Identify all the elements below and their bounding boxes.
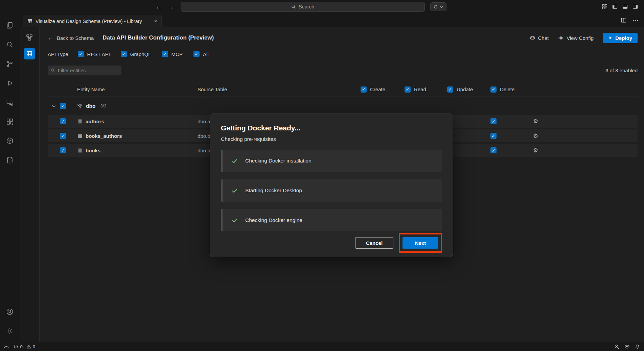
bell-icon[interactable] xyxy=(635,344,640,349)
authors-delete-checkbox[interactable] xyxy=(490,118,497,124)
zoom-in-icon[interactable] xyxy=(614,344,619,349)
books-authors-delete-checkbox[interactable] xyxy=(490,133,497,139)
schema-designer-tool[interactable] xyxy=(24,32,35,43)
loop-icon xyxy=(433,4,438,9)
column-entity-name: Entity Name xyxy=(73,86,198,92)
customize-layout-icon[interactable] xyxy=(602,4,607,9)
header-actions: Chat View Config xyxy=(530,33,638,43)
books-authors-checkbox[interactable] xyxy=(60,133,66,139)
vscode-window: ← → Search xyxy=(0,0,644,351)
history-nav: ← → xyxy=(156,4,174,10)
entity-name: authors xyxy=(86,119,104,124)
row-checkbox-cell xyxy=(60,133,73,139)
api-option-mcp: MCP xyxy=(162,51,183,57)
search-placeholder: Search xyxy=(299,4,314,9)
chat-icon xyxy=(530,35,535,41)
chat-button[interactable]: Chat xyxy=(530,35,549,41)
update-all-checkbox[interactable] xyxy=(447,86,453,93)
tab-close-icon[interactable]: × xyxy=(154,18,157,25)
command-center-search[interactable]: Search xyxy=(181,2,425,12)
entity-name-cell: books xyxy=(73,148,198,153)
filter-entities-input[interactable] xyxy=(58,68,118,73)
more-actions-icon[interactable]: ⋯ xyxy=(632,17,639,24)
deploy-label: Deploy xyxy=(615,35,632,41)
create-label: Create xyxy=(370,86,385,92)
row-settings-gear-icon[interactable]: ⚙ xyxy=(533,132,638,139)
toggle-panel-icon[interactable] xyxy=(622,4,628,9)
activitybar-remote-explorer[interactable] xyxy=(0,93,20,112)
column-source-table: Source Table xyxy=(198,86,361,92)
toggle-sidebar-left-icon[interactable] xyxy=(612,4,618,9)
group-name-cell: dbo 3/3 xyxy=(73,103,198,109)
entity-name-cell: authors xyxy=(73,119,198,124)
activitybar-run-debug[interactable] xyxy=(0,73,20,93)
group-checkbox-cell xyxy=(60,103,73,109)
toggle-sidebar-right-icon[interactable] xyxy=(632,4,638,9)
all-checkbox[interactable] xyxy=(193,51,200,57)
delete-cell xyxy=(490,133,531,139)
error-circle-icon xyxy=(14,344,18,349)
table-icon xyxy=(77,148,83,153)
schema-graph-icon xyxy=(26,34,33,41)
activitybar-search[interactable] xyxy=(0,35,20,54)
back-to-schema-link[interactable]: ← Back to Schema xyxy=(48,34,94,42)
enabled-count: 3 of 3 enabled xyxy=(605,68,638,73)
arrow-left-icon: ← xyxy=(48,34,54,42)
table-icon xyxy=(77,133,83,139)
authors-checkbox[interactable] xyxy=(60,118,66,124)
books-delete-checkbox[interactable] xyxy=(490,147,497,153)
column-read: Read xyxy=(405,86,447,93)
nav-back-icon[interactable]: ← xyxy=(156,4,162,10)
cancel-button[interactable]: Cancel xyxy=(355,237,393,249)
activitybar-containers[interactable] xyxy=(0,131,20,150)
delete-cell xyxy=(490,147,531,153)
activitybar-account[interactable] xyxy=(0,302,20,321)
statusbar-right xyxy=(614,344,640,349)
check-icon xyxy=(231,158,238,164)
dbo-group-checkbox[interactable] xyxy=(60,103,66,109)
session-dropdown[interactable] xyxy=(430,2,446,11)
activitybar-extensions[interactable] xyxy=(0,112,20,131)
warning-triangle-icon xyxy=(26,344,31,349)
activitybar-explorer[interactable] xyxy=(0,16,20,35)
view-config-label: View Config xyxy=(567,35,594,41)
remote-indicator[interactable]: >< xyxy=(4,344,8,349)
deploy-button[interactable]: Deploy xyxy=(603,33,638,43)
create-all-checkbox[interactable] xyxy=(361,86,367,93)
view-config-button[interactable]: View Config xyxy=(558,35,594,41)
tab-visualize-design-schema[interactable]: Visualize and Design Schema (Preview) - … xyxy=(23,15,162,27)
activity-bar xyxy=(0,14,20,342)
designer-toolbar xyxy=(20,27,40,342)
activitybar-settings[interactable] xyxy=(0,321,20,341)
package-cube-icon xyxy=(6,137,14,145)
row-settings-gear-icon[interactable]: ⚙ xyxy=(533,147,638,154)
nav-forward-icon[interactable]: → xyxy=(167,4,174,10)
extensions-icon xyxy=(6,118,14,126)
dialog-actions: Cancel Next xyxy=(221,233,442,253)
step-label: Checking Docker engine xyxy=(245,217,302,223)
problems-indicator[interactable]: 0 0 xyxy=(14,344,35,349)
graphql-checkbox[interactable] xyxy=(121,51,127,57)
error-count: 0 xyxy=(20,344,22,349)
read-all-checkbox[interactable] xyxy=(405,86,411,93)
titlebar: ← → Search xyxy=(0,0,644,14)
api-type-row: API Type REST API GraphQL MCP xyxy=(48,49,638,59)
chevron-down-icon[interactable] xyxy=(51,104,56,108)
rest-api-label: REST API xyxy=(87,51,110,57)
chevron-down-icon xyxy=(440,5,443,9)
mcp-checkbox[interactable] xyxy=(162,51,168,57)
back-label: Back to Schema xyxy=(57,35,94,41)
activitybar-source-control[interactable] xyxy=(0,54,20,73)
activitybar-database[interactable] xyxy=(0,150,20,170)
dab-config-tool[interactable] xyxy=(24,48,35,59)
update-label: Update xyxy=(457,86,473,92)
next-button[interactable]: Next xyxy=(402,237,438,249)
copilot-icon[interactable] xyxy=(624,344,630,349)
delete-all-checkbox[interactable] xyxy=(490,86,497,93)
rest-api-checkbox[interactable] xyxy=(78,51,84,57)
books-checkbox[interactable] xyxy=(60,147,66,153)
api-type-label: API Type xyxy=(48,51,68,57)
split-editor-icon[interactable] xyxy=(621,18,626,23)
row-settings-gear-icon[interactable]: ⚙ xyxy=(533,118,638,125)
page-title: Data API Builder Configuration (Preview) xyxy=(102,34,214,41)
